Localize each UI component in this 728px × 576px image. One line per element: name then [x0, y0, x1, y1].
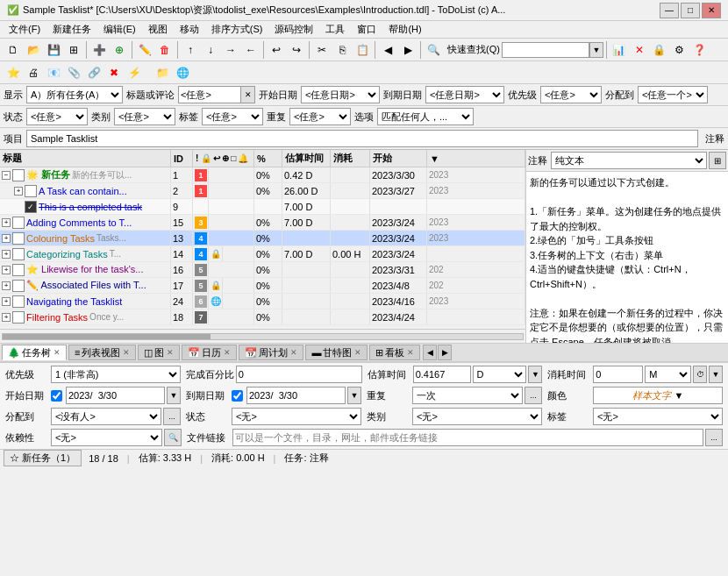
task-title-cell[interactable]: + ⭐ Likewise for the task's...	[0, 262, 171, 277]
task-title-cell[interactable]: ✓ This is a completed task	[0, 199, 171, 214]
status-select[interactable]: <任意>	[26, 108, 88, 125]
table-row[interactable]: + Adding Comments to T... 15 3 0% 7.00 D…	[0, 215, 525, 231]
icon-btn-5[interactable]: 🔗	[84, 63, 103, 82]
menu-view[interactable]: 视图	[143, 22, 173, 37]
expand-icon[interactable]: +	[2, 266, 11, 274]
menu-newtask[interactable]: 新建任务	[47, 22, 96, 37]
icon-btn-1[interactable]: ⭐	[4, 63, 23, 82]
tab-week-close[interactable]: ✕	[290, 348, 297, 357]
expand-icon[interactable]: −	[2, 171, 11, 180]
menu-file[interactable]: 文件(F)	[4, 22, 46, 37]
maximize-button[interactable]: □	[681, 3, 700, 18]
file-browse-btn[interactable]: ...	[705, 429, 723, 446]
menu-window[interactable]: 窗口	[352, 22, 382, 37]
task-checkbox[interactable]: ✓	[25, 201, 37, 213]
depend-select[interactable]: <无>	[51, 429, 162, 446]
repeat-select[interactable]: 一次	[412, 387, 523, 404]
forward-btn[interactable]: ▶	[398, 40, 418, 60]
tab-calendar[interactable]: 📅 日历 ✕	[182, 345, 237, 360]
table-row[interactable]: ✓ This is a completed task 9 7.00 D	[0, 199, 525, 215]
table-row[interactable]: + Categorizing Tasks T... 14 4 🔒 0% 7.00…	[0, 246, 525, 262]
edit-btn[interactable]: ✏️	[135, 40, 154, 60]
file-input[interactable]	[232, 429, 703, 446]
comment-input[interactable]	[179, 89, 240, 100]
task-checkbox[interactable]	[25, 185, 37, 197]
minimize-button[interactable]: —	[660, 3, 679, 18]
status-detail-select[interactable]: <无>	[232, 408, 361, 425]
task-checkbox[interactable]	[12, 311, 25, 324]
icon-btn-10[interactable]: 🌐	[173, 63, 192, 82]
assign-detail-select[interactable]: <没有人>	[51, 408, 161, 425]
menu-move[interactable]: 移动	[175, 22, 204, 37]
start-select[interactable]: <任意日期>	[301, 86, 380, 103]
tab-nav-left[interactable]: ◀	[423, 345, 437, 360]
new-tasklist-btn[interactable]: 🗋	[4, 40, 23, 60]
category-select[interactable]: <任意>	[114, 108, 175, 125]
table-row[interactable]: + Filtering Tasks Once y... 18 7 0% 2023…	[0, 309, 525, 325]
task-title-cell[interactable]: + Filtering Tasks Once y...	[0, 309, 171, 324]
tab-list-close[interactable]: ✕	[123, 348, 130, 357]
priority-select[interactable]: <任意>	[540, 86, 602, 103]
task-title-cell[interactable]: + A Task can contain...	[0, 183, 171, 198]
tab-list-view[interactable]: ≡ 列表视图 ✕	[68, 345, 136, 360]
cut-btn[interactable]: ✂	[312, 40, 332, 60]
task-checkbox[interactable]	[12, 248, 25, 260]
help-icon-btn[interactable]: ❓	[690, 40, 710, 60]
est-unit-select[interactable]: D	[473, 366, 527, 383]
task-checkbox[interactable]	[12, 295, 25, 308]
menu-source[interactable]: 源码控制	[269, 22, 318, 37]
expand-icon[interactable]: +	[2, 234, 11, 243]
end-select[interactable]: <任意日期>	[425, 86, 504, 103]
category-detail-select[interactable]: <无>	[412, 408, 542, 425]
spent-input[interactable]	[593, 366, 643, 383]
add-task-btn[interactable]: ➕	[89, 40, 109, 60]
end-date-checkbox[interactable]	[232, 390, 243, 402]
task-checkbox[interactable]	[12, 217, 25, 229]
tab-week[interactable]: 📆 周计划 ✕	[239, 345, 303, 360]
spent-options-btn[interactable]: ▼	[709, 366, 723, 383]
option-select[interactable]: 匹配任何人，...	[377, 108, 474, 125]
task-title-cell[interactable]: + ✏️ Associated Files with T...	[0, 278, 171, 293]
menu-sort[interactable]: 排序方式(S)	[206, 22, 268, 37]
move-up-btn[interactable]: ↑	[181, 40, 200, 60]
start-date-input[interactable]	[66, 387, 165, 404]
task-title-cell[interactable]: + Adding Comments to T...	[0, 215, 171, 230]
tag-detail-select[interactable]: <无>	[593, 408, 723, 425]
pct-input[interactable]	[236, 366, 362, 383]
tag-select[interactable]: <任意>	[202, 108, 263, 125]
menu-help[interactable]: 帮助(H)	[383, 22, 426, 37]
table-row[interactable]: + ✏️ Associated Files with T... 17 5 🔒 0…	[0, 278, 525, 294]
tab-gantt[interactable]: ▬ 甘特图 ✕	[305, 345, 368, 360]
repeat-select[interactable]: <任意>	[289, 108, 351, 125]
repeat-options-btn[interactable]: ...	[525, 387, 542, 404]
search-dropdown-btn[interactable]: ▼	[589, 42, 603, 58]
table-row[interactable]: + ⭐ Likewise for the task's... 16 5 0% 2…	[0, 262, 525, 278]
notes-type-select[interactable]: 纯文本	[551, 152, 707, 169]
open-btn[interactable]: 📂	[24, 40, 43, 60]
icon-btn-9[interactable]: 📁	[153, 63, 172, 82]
icon-btn-7[interactable]: ⚡	[125, 63, 144, 82]
table-row[interactable]: + Navigating the Tasklist 24 6 🌐 0% 2023…	[0, 294, 525, 309]
menu-tools[interactable]: 工具	[320, 22, 350, 37]
delete-btn[interactable]: 🗑	[155, 40, 175, 60]
end-date-btn[interactable]: ▼	[347, 387, 361, 404]
lock-btn[interactable]: 🔒	[650, 40, 669, 60]
undo-btn[interactable]: ↩	[267, 40, 286, 60]
tab-chart-close[interactable]: ✕	[167, 348, 174, 357]
task-title-cell[interactable]: + Categorizing Tasks T...	[0, 246, 171, 261]
task-title-cell[interactable]: + Navigating the Tasklist	[0, 294, 171, 309]
move-down-btn[interactable]: ↓	[201, 40, 220, 60]
tab-calendar-close[interactable]: ✕	[224, 348, 231, 357]
icon-btn-3[interactable]: 📧	[44, 63, 63, 82]
scroll-thumb[interactable]	[3, 334, 211, 339]
notes-expand-btn[interactable]: ⊞	[709, 152, 726, 169]
icon-btn-8[interactable]	[145, 63, 152, 82]
paste-btn[interactable]: 📋	[353, 40, 372, 60]
project-name-input[interactable]	[26, 130, 698, 147]
task-checkbox[interactable]	[12, 280, 25, 292]
spent-clock-btn[interactable]: ⏱	[693, 366, 707, 383]
task-checkbox[interactable]	[12, 232, 25, 245]
new-task-status-btn[interactable]: ☆ 新任务（1）	[4, 450, 82, 466]
table-row[interactable]: + Colouring Tasks Tasks... 13 4 0% 2023/…	[0, 231, 525, 246]
expand-icon[interactable]: +	[14, 187, 23, 196]
